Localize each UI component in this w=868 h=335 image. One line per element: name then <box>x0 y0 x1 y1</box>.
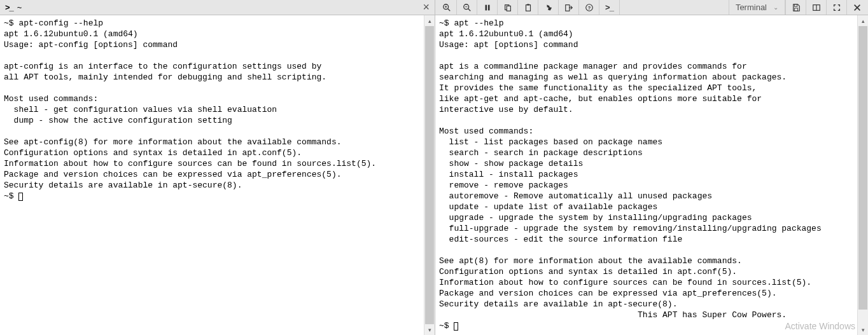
cursor-icon <box>454 322 458 331</box>
svg-text:?: ? <box>587 5 591 11</box>
zoom-out-button[interactable] <box>457 0 477 15</box>
scroll-down-icon[interactable]: ▾ <box>858 324 868 335</box>
pin-button[interactable] <box>538 0 559 15</box>
help-button[interactable]: ? <box>579 0 599 15</box>
scroll-track[interactable] <box>424 26 435 324</box>
svg-rect-12 <box>527 4 529 5</box>
end-prompt: ~$ <box>439 321 449 331</box>
exit-button[interactable] <box>559 0 579 15</box>
command: apt --help <box>454 18 503 28</box>
new-terminal-button[interactable]: >_ <box>599 0 620 15</box>
toolbar-right: ? >_ Terminal ⌄ <box>435 0 868 15</box>
scroll-up-icon[interactable]: ▴ <box>858 15 868 26</box>
tab-left[interactable]: >_ ~ <box>0 0 27 15</box>
scrollbar-left[interactable]: ▴ ▾ <box>424 15 435 335</box>
svg-rect-17 <box>794 8 797 10</box>
close-button[interactable] <box>846 0 867 15</box>
svg-rect-7 <box>485 4 487 10</box>
terminal-output-left[interactable]: ~$ apt-config --help apt 1.6.12ubuntu0.1… <box>0 15 435 335</box>
cursor-icon <box>18 193 23 201</box>
end-prompt: ~$ <box>4 191 14 201</box>
svg-rect-10 <box>507 6 510 11</box>
copy-button[interactable] <box>498 0 518 15</box>
terminal-pane-left: >_ ~ × ~$ apt-config --help apt 1.6.12ub… <box>0 0 435 335</box>
svg-rect-13 <box>565 4 569 11</box>
command: apt-config --help <box>18 18 103 28</box>
prompt: ~$ <box>4 18 14 28</box>
dropdown-label: Terminal <box>736 3 767 12</box>
scroll-thumb[interactable] <box>425 26 434 324</box>
tab-close-button[interactable]: × <box>420 1 432 14</box>
prompt-icon: >_ <box>5 3 13 12</box>
save-button[interactable] <box>785 0 806 15</box>
scroll-down-icon[interactable]: ▾ <box>424 324 435 335</box>
prompt: ~$ <box>439 18 449 28</box>
scroll-track[interactable] <box>858 26 868 324</box>
paste-button[interactable] <box>518 0 538 15</box>
svg-line-5 <box>468 8 470 11</box>
profile-dropdown[interactable]: Terminal ⌄ <box>729 0 785 15</box>
svg-rect-8 <box>487 4 489 10</box>
svg-line-1 <box>447 8 450 11</box>
split-button[interactable] <box>806 0 826 15</box>
tab-bar-left: >_ ~ × <box>0 0 435 15</box>
zoom-in-button[interactable] <box>437 0 457 15</box>
terminal-pane-right: ? >_ Terminal ⌄ ~$ apt --help apt 1.6.12… <box>435 0 868 335</box>
scrollbar-right[interactable]: ▴ ▾ <box>857 15 868 335</box>
tab-title: ~ <box>17 3 22 12</box>
fullscreen-button[interactable] <box>826 0 846 15</box>
svg-rect-11 <box>526 4 530 11</box>
terminal-output-right[interactable]: ~$ apt --help apt 1.6.12ubuntu0.1 (amd64… <box>435 15 868 335</box>
chevron-down-icon: ⌄ <box>773 4 778 11</box>
scroll-up-icon[interactable]: ▴ <box>424 15 435 26</box>
output-text: apt 1.6.12ubuntu0.1 (amd64) Usage: apt [… <box>439 29 822 320</box>
pause-button[interactable] <box>477 0 498 15</box>
scroll-thumb[interactable] <box>858 26 867 310</box>
output-text: apt 1.6.12ubuntu0.1 (amd64) Usage: apt-c… <box>4 29 376 190</box>
